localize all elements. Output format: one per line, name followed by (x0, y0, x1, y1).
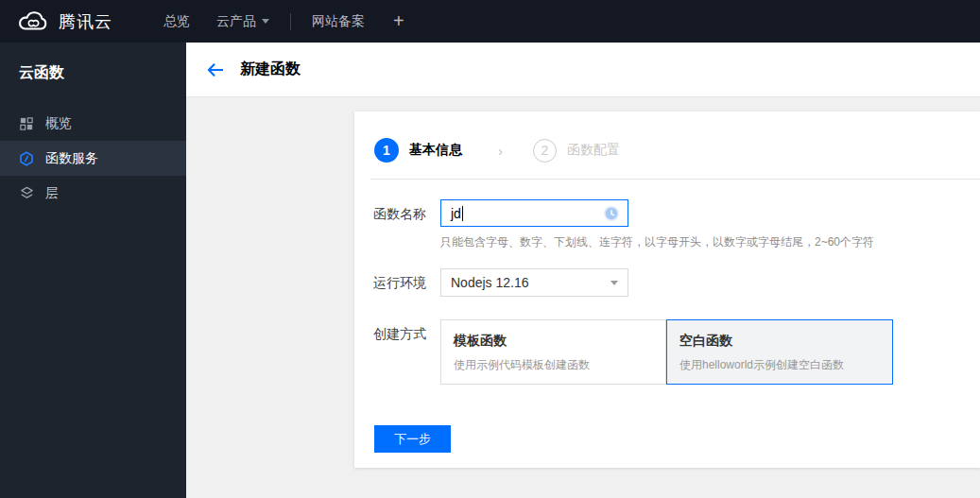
function-name-row: 函数名称 jd (354, 199, 980, 228)
creation-method-row: 创建方式 模板函数 使用示例代码模板创建函数 空白函数 使用helloworld… (354, 319, 980, 385)
nav-item-icp[interactable]: 网站备案 (299, 0, 378, 43)
page-header: 新建函数 (186, 43, 980, 97)
step-1-label: 基本信息 (409, 142, 462, 159)
method-card-title: 模板函数 (454, 333, 665, 350)
sidebar-item-layers[interactable]: 层 (0, 176, 186, 211)
nav-item-products[interactable]: 云产品 (203, 0, 283, 43)
sidebar: 云函数 概览 函数服务 层 (0, 43, 186, 498)
text-cursor (462, 206, 463, 221)
brand-name: 腾讯云 (59, 10, 112, 33)
creation-method-label: 创建方式 (373, 319, 440, 385)
sidebar-item-label: 概览 (45, 115, 72, 132)
content-area: 1 基本信息 › 2 函数配置 函数名称 jd (186, 97, 980, 498)
create-function-card: 1 基本信息 › 2 函数配置 函数名称 jd (354, 112, 980, 468)
layers-icon (19, 186, 34, 201)
function-name-input[interactable]: jd (440, 199, 628, 227)
step-1-circle: 1 (374, 138, 399, 163)
method-card-desc: 使用helloworld示例创建空白函数 (679, 357, 892, 373)
step-chevron-icon: › (498, 143, 503, 159)
cloud-logo-icon (17, 9, 49, 33)
sidebar-item-function-service[interactable]: 函数服务 (0, 141, 186, 176)
topbar: 腾讯云 总览 云产品 网站备案 + (0, 0, 980, 43)
top-nav: 总览 云产品 网站备案 + (150, 0, 420, 43)
nav-divider (290, 13, 291, 30)
function-name-label: 函数名称 (373, 199, 440, 228)
add-tab-button[interactable]: + (378, 10, 420, 32)
step-2-label: 函数配置 (567, 142, 620, 159)
sidebar-item-label: 函数服务 (45, 150, 98, 167)
function-name-hint: 只能包含字母、数字、下划线、连字符，以字母开头，以数字或字母结尾，2~60个字符 (354, 228, 980, 250)
step-2-circle: 2 (533, 139, 557, 163)
function-name-value: jd (451, 206, 461, 221)
runtime-value: Nodejs 12.16 (451, 275, 610, 290)
runtime-label: 运行环境 (373, 268, 440, 297)
sidebar-title: 云函数 (0, 43, 186, 106)
method-card-template[interactable]: 模板函数 使用示例代码模板创建函数 (440, 319, 666, 385)
clock-icon (603, 205, 620, 222)
sidebar-item-label: 层 (45, 185, 59, 202)
nav-item-overview[interactable]: 总览 (150, 0, 203, 43)
sidebar-item-overview[interactable]: 概览 (0, 106, 186, 141)
runtime-select[interactable]: Nodejs 12.16 (440, 268, 628, 297)
back-arrow-icon[interactable] (206, 62, 224, 77)
creation-method-cards: 模板函数 使用示例代码模板创建函数 空白函数 使用helloworld示例创建空… (440, 319, 893, 385)
method-card-blank[interactable]: 空白函数 使用helloworld示例创建空白函数 (666, 319, 893, 385)
basic-info-form: 函数名称 jd 只能包含字母、数字、下划线、连字符，以字母开头，以数字或字母结尾… (354, 180, 980, 453)
tencent-cloud-logo[interactable]: 腾讯云 (17, 9, 112, 33)
chevron-down-icon (610, 281, 618, 285)
page-title: 新建函数 (240, 60, 301, 79)
function-service-icon (19, 151, 34, 166)
chevron-down-icon (262, 19, 269, 24)
method-card-title: 空白函数 (679, 333, 892, 350)
method-card-desc: 使用示例代码模板创建函数 (454, 357, 665, 373)
wizard-steps: 1 基本信息 › 2 函数配置 (354, 112, 980, 163)
grid-icon (19, 116, 34, 131)
runtime-row: 运行环境 Nodejs 12.16 (354, 268, 980, 297)
next-step-button[interactable]: 下一步 (374, 425, 451, 453)
